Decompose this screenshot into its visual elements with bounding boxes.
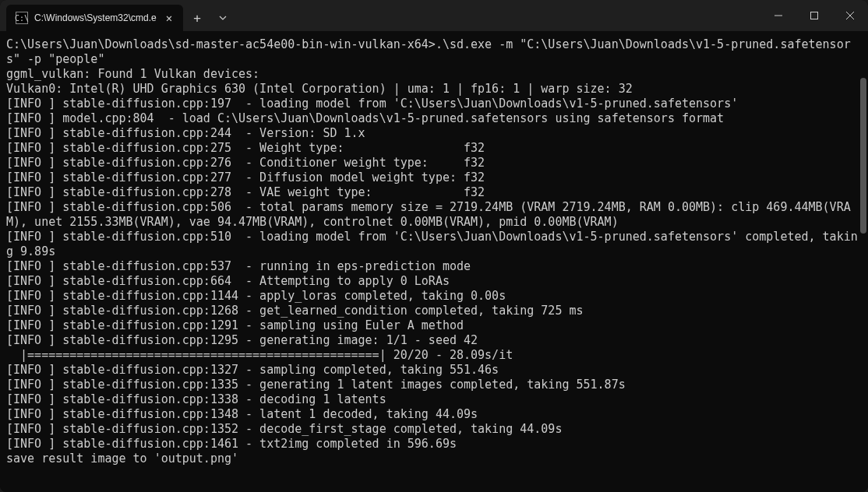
tab-dropdown-button[interactable]: [211, 5, 235, 31]
output-lines: ggml_vulkan: Found 1 Vulkan devices: Vul…: [6, 67, 858, 466]
titlebar[interactable]: C:\ C:\Windows\System32\cmd.e ✕ +: [0, 0, 868, 31]
window-controls: [760, 0, 868, 31]
svg-rect-1: [811, 12, 818, 19]
close-button[interactable]: [832, 0, 868, 31]
tab-close-button[interactable]: ✕: [163, 10, 175, 26]
minimize-button[interactable]: [760, 0, 796, 31]
terminal-window: C:\ C:\Windows\System32\cmd.e ✕ + C:\Use…: [0, 0, 868, 492]
cmd-icon: C:\: [16, 12, 28, 24]
scrollbar-thumb[interactable]: [860, 78, 866, 234]
terminal-output[interactable]: C:\Users\Juan\Downloads\sd-master-ac54e0…: [0, 31, 868, 492]
tab-title: C:\Windows\System32\cmd.e: [34, 12, 157, 23]
new-tab-button[interactable]: +: [183, 5, 211, 31]
active-tab[interactable]: C:\ C:\Windows\System32\cmd.e ✕: [6, 5, 183, 31]
prompt-line: C:\Users\Juan\Downloads\sd-master-ac54e0…: [6, 37, 851, 66]
maximize-button[interactable]: [796, 0, 832, 31]
